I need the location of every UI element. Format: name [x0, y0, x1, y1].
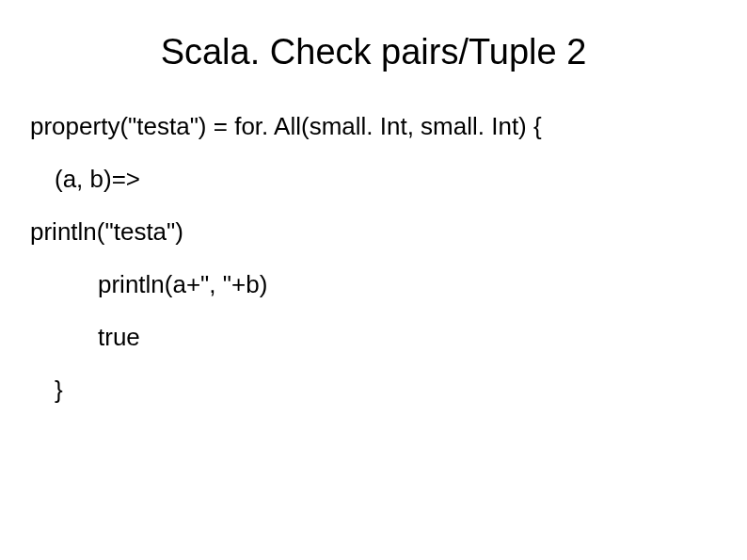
- code-line: println(a+", "+b): [30, 272, 717, 296]
- code-line: true: [30, 325, 717, 349]
- code-line: property("testa") = for. All(small. Int,…: [30, 114, 717, 138]
- slide-title: Scala. Check pairs/Tuple 2: [30, 32, 717, 72]
- slide: Scala. Check pairs/Tuple 2 property("tes…: [0, 0, 747, 560]
- code-line: (a, b)=>: [30, 167, 717, 191]
- code-block: property("testa") = for. All(small. Int,…: [30, 114, 717, 402]
- code-line: println("testa"): [30, 219, 717, 244]
- code-line: }: [30, 377, 717, 402]
